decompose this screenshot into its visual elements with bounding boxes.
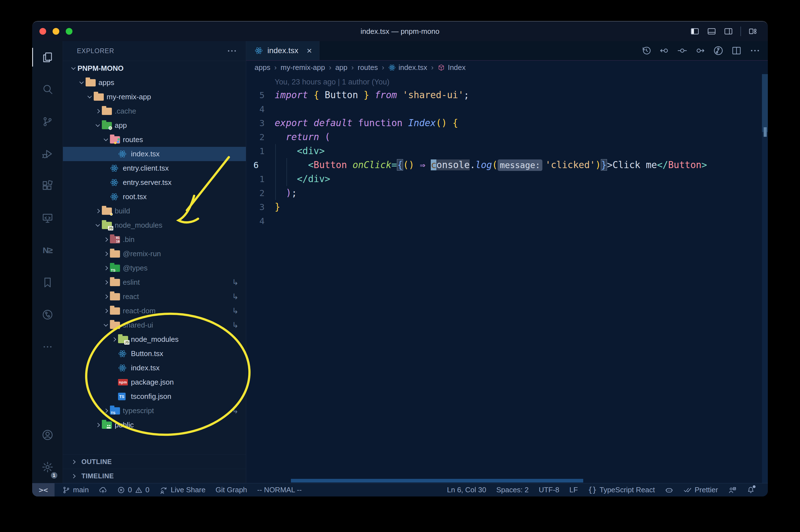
tree-item-typescript[interactable]: TS typescript ↳ bbox=[63, 404, 246, 418]
tree-item-entry-server-tsx[interactable]: entry.server.tsx bbox=[63, 175, 246, 190]
chevron-down-icon[interactable] bbox=[101, 324, 110, 327]
tree-item-build[interactable]: build bbox=[63, 204, 246, 218]
tree-item-button-tsx[interactable]: Button.tsx bbox=[63, 346, 246, 361]
tree-item-node-modules[interactable]: JS node_modules bbox=[63, 218, 246, 232]
activity-more-icon[interactable] bbox=[32, 330, 63, 363]
breadcrumb-item[interactable]: Index bbox=[437, 63, 466, 72]
tab-index-tsx[interactable]: index.tsx × bbox=[246, 41, 320, 60]
tree-item--types[interactable]: TS @types bbox=[63, 261, 246, 275]
tree-item-apps[interactable]: apps bbox=[63, 76, 246, 90]
chevron-down-icon[interactable] bbox=[93, 124, 102, 127]
prev-change-icon[interactable] bbox=[659, 45, 669, 56]
tree-item--bin[interactable]: 0110 .bin bbox=[63, 232, 246, 247]
statusbar-encoding[interactable]: UTF-8 bbox=[539, 486, 559, 494]
chevron-right-icon[interactable] bbox=[101, 267, 110, 270]
change-icon[interactable] bbox=[677, 45, 687, 56]
activity-nx-console-icon[interactable]: N≥ bbox=[32, 234, 63, 266]
chevron-right-icon[interactable] bbox=[110, 338, 118, 341]
tree-item-react-dom[interactable]: react-dom ↳ bbox=[63, 304, 246, 318]
activity-remote-explorer-icon[interactable] bbox=[32, 202, 63, 234]
activity-settings-icon[interactable]: 1 bbox=[32, 451, 63, 483]
project-section-header[interactable]: PNPM-MONO bbox=[63, 61, 246, 76]
code-editor[interactable]: You, 23 hours ago | 1 author (You) 5 imp… bbox=[246, 74, 768, 483]
tree-item--remix-run[interactable]: @remix-run bbox=[63, 247, 246, 261]
zoom-button[interactable] bbox=[66, 28, 73, 35]
chevron-down-icon[interactable] bbox=[101, 138, 110, 141]
activity-search-icon[interactable] bbox=[32, 73, 63, 106]
chevron-down-icon[interactable] bbox=[77, 81, 85, 84]
breadcrumb-item[interactable]: apps bbox=[254, 63, 270, 72]
tree-item-index-tsx[interactable]: index.tsx bbox=[63, 361, 246, 375]
statusbar-notifications[interactable] bbox=[747, 486, 755, 494]
breadcrumb-item[interactable]: routes bbox=[358, 63, 378, 72]
statusbar-cursor-position[interactable]: Ln 6, Col 30 bbox=[447, 486, 486, 494]
activity-account-icon[interactable] bbox=[32, 419, 63, 451]
tree-item-react[interactable]: react ↳ bbox=[63, 289, 246, 304]
tree-item-my-remix-app[interactable]: my-remix-app bbox=[63, 90, 246, 104]
statusbar-indentation[interactable]: Spaces: 2 bbox=[496, 486, 529, 494]
activity-bookmarks-icon[interactable] bbox=[32, 266, 63, 299]
customize-layout-icon[interactable] bbox=[748, 26, 758, 36]
activity-gitlens-icon[interactable] bbox=[32, 299, 63, 330]
layout-panel-icon[interactable] bbox=[707, 26, 716, 36]
tree-item-entry-client-tsx[interactable]: entry.client.tsx bbox=[63, 161, 246, 175]
close-button[interactable] bbox=[39, 28, 46, 35]
tree-item-shared-ui[interactable]: shared-ui ↳ bbox=[63, 318, 246, 332]
section-timeline[interactable]: TIMELINE bbox=[63, 469, 246, 483]
chevron-right-icon[interactable] bbox=[93, 209, 102, 213]
tree-item-public[interactable]: public bbox=[63, 418, 246, 432]
vertical-scrollbar[interactable] bbox=[762, 74, 768, 483]
tree-item-package-json[interactable]: npm package.json bbox=[63, 375, 246, 390]
statusbar-language-mode[interactable]: {} TypeScript React bbox=[588, 486, 655, 494]
statusbar-feedback[interactable] bbox=[728, 486, 737, 494]
horizontal-scrollbar[interactable] bbox=[291, 479, 583, 482]
layout-sidebar-right-icon[interactable] bbox=[724, 26, 733, 36]
statusbar-copilot[interactable] bbox=[665, 486, 673, 494]
gitlens-graph-icon[interactable] bbox=[713, 45, 724, 56]
tree-item-eslint[interactable]: eslint ↳ bbox=[63, 275, 246, 289]
chevron-right-icon[interactable] bbox=[101, 309, 110, 312]
chevron-right-icon[interactable] bbox=[101, 281, 110, 284]
tree-item-routes[interactable]: routes bbox=[63, 133, 246, 147]
statusbar-vim-mode[interactable]: -- NORMAL -- bbox=[257, 486, 302, 494]
tree-item-app[interactable]: ⚙ app bbox=[63, 118, 246, 133]
chevron-right-icon[interactable] bbox=[101, 295, 110, 298]
explorer-more-actions-icon[interactable] bbox=[226, 45, 237, 57]
statusbar-git-branch[interactable]: main bbox=[62, 486, 89, 494]
more-icon[interactable] bbox=[749, 45, 761, 56]
breadcrumb-item[interactable]: my-remix-app bbox=[281, 63, 325, 72]
chevron-right-icon[interactable] bbox=[93, 423, 102, 426]
tree-item-index-tsx[interactable]: index.tsx bbox=[63, 147, 246, 161]
remote-indicator[interactable]: >< bbox=[32, 483, 55, 496]
breadcrumb-item[interactable]: index.tsx bbox=[388, 63, 427, 72]
activity-source-control-icon[interactable] bbox=[32, 106, 63, 138]
problems-indicator[interactable]: 0 0 bbox=[117, 486, 149, 494]
split-editor-icon[interactable] bbox=[731, 45, 742, 56]
tree-item-tsconfig-json[interactable]: TS tsconfig.json bbox=[63, 390, 246, 404]
activity-extensions-icon[interactable] bbox=[32, 170, 63, 202]
history-icon[interactable] bbox=[642, 45, 651, 56]
chevron-right-icon[interactable] bbox=[101, 238, 110, 241]
statusbar-sync[interactable] bbox=[99, 486, 107, 494]
breadcrumb-item[interactable]: app bbox=[336, 63, 347, 72]
statusbar-live-share[interactable]: Live Share bbox=[159, 486, 205, 494]
close-icon[interactable]: × bbox=[307, 45, 312, 56]
tree-item-root-tsx[interactable]: root.tsx bbox=[63, 190, 246, 204]
section-outline[interactable]: OUTLINE bbox=[63, 455, 246, 469]
chevron-down-icon[interactable] bbox=[93, 224, 102, 227]
tree-item--cache[interactable]: .cache bbox=[63, 104, 246, 118]
chevron-right-icon[interactable] bbox=[93, 110, 102, 113]
chevron-down-icon[interactable] bbox=[85, 95, 94, 98]
activity-explorer-icon[interactable] bbox=[32, 41, 63, 73]
statusbar-prettier[interactable]: Prettier bbox=[683, 486, 718, 494]
breadcrumb-separator: › bbox=[274, 63, 277, 72]
minimize-button[interactable] bbox=[53, 28, 59, 35]
statusbar-eol[interactable]: LF bbox=[570, 486, 578, 494]
tree-item-node-modules[interactable]: JS node_modules bbox=[63, 332, 246, 346]
chevron-right-icon[interactable] bbox=[101, 252, 110, 255]
statusbar-git-graph[interactable]: Git Graph bbox=[216, 486, 247, 494]
activity-run-debug-icon[interactable] bbox=[32, 138, 63, 170]
next-change-icon[interactable] bbox=[695, 45, 705, 56]
chevron-right-icon[interactable] bbox=[101, 409, 110, 412]
layout-sidebar-left-icon[interactable] bbox=[690, 26, 700, 36]
